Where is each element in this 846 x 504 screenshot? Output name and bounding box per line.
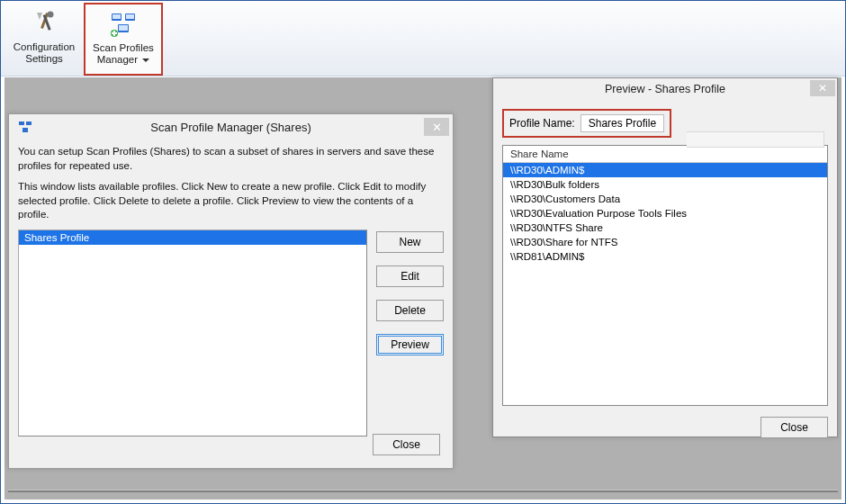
manager-button-column: New Edit Delete Preview (376, 230, 444, 436)
manager-intro-1: You can setup Scan Profiles (Shares) to … (18, 145, 444, 173)
scan-profile-manager-dialog: Scan Profile Manager (Shares) ✕ You can … (8, 113, 454, 469)
share-row[interactable]: \\RD81\ADMIN$ (503, 249, 827, 264)
share-list-header: Share Name (503, 146, 827, 163)
config-label-1: Configuration (14, 41, 75, 53)
scanprof-label-2: Manager (97, 54, 150, 66)
manager-intro-2: This window lists available profiles. Cl… (18, 180, 444, 222)
preview-close-x[interactable]: ✕ (810, 80, 835, 96)
svg-marker-1 (37, 13, 42, 20)
workspace: Scan Profile Manager (Shares) ✕ You can … (4, 77, 842, 500)
share-row[interactable]: \\RD30\Bulk folders (503, 177, 827, 192)
share-row[interactable]: \\RD30\Evaluation Purpose Tools Files (503, 206, 827, 220)
preview-footer: Close (493, 411, 837, 446)
manager-title: Scan Profile Manager (Shares) (38, 121, 424, 134)
share-row[interactable]: \\RD30\Share for NTFS (503, 235, 827, 249)
scanprof-label-1: Scan Profiles (93, 42, 154, 54)
preview-close-button[interactable]: Close (760, 417, 828, 438)
preview-button[interactable]: Preview (376, 334, 444, 356)
profile-name-value: Shares Profile (580, 114, 664, 132)
svg-rect-15 (22, 128, 28, 132)
delete-button[interactable]: Delete (376, 300, 444, 321)
configuration-settings-button[interactable]: Configuration Settings (4, 3, 84, 76)
manager-close-button[interactable]: Close (373, 434, 440, 455)
share-list[interactable]: Share Name \\RD30\ADMIN$\\RD30\Bulk fold… (502, 145, 828, 406)
share-row[interactable]: \\RD30\NTFS Share (503, 220, 827, 235)
chevron-down-icon (142, 58, 149, 62)
svg-point-3 (48, 12, 54, 18)
config-label-2: Settings (25, 53, 63, 65)
share-row[interactable]: \\RD30\ADMIN$ (503, 163, 827, 177)
svg-rect-12 (112, 32, 117, 34)
profile-row[interactable]: Shares Profile (19, 230, 366, 245)
profile-name-label: Profile Name: (509, 117, 575, 130)
preview-titlebar: Preview - Shares Profile ✕ (493, 78, 837, 100)
manager-body: You can setup Scan Profiles (Shares) to … (9, 140, 453, 444)
preview-dialog: Preview - Shares Profile ✕ Profile Name:… (492, 77, 838, 437)
manager-footer: Close (373, 434, 449, 463)
close-icon: ✕ (432, 121, 442, 134)
manager-titlebar: Scan Profile Manager (Shares) ✕ (9, 114, 453, 140)
tools-icon (30, 9, 58, 38)
ribbon: Configuration Settings Scan Profiles (1, 1, 845, 76)
scanprof-label-2-text: Manager (97, 54, 138, 65)
svg-rect-5 (112, 14, 121, 19)
computers-icon (109, 10, 138, 39)
svg-rect-7 (126, 14, 134, 19)
dialog-icon (18, 120, 32, 134)
preview-title: Preview - Shares Profile (605, 83, 725, 95)
manager-content-row: Shares Profile New Edit Delete Preview (18, 230, 444, 436)
manager-close-x[interactable]: ✕ (424, 118, 449, 136)
share-row[interactable]: \\RD30\Customers Data (503, 192, 827, 206)
profile-list[interactable]: Shares Profile (18, 230, 367, 436)
app-window: Configuration Settings Scan Profiles (0, 0, 846, 504)
edit-button[interactable]: Edit (376, 266, 444, 287)
scan-profiles-manager-button[interactable]: Scan Profiles Manager (84, 3, 163, 76)
close-icon: ✕ (818, 82, 827, 94)
divider (8, 490, 838, 492)
svg-rect-9 (119, 25, 128, 31)
profile-name-extension (687, 131, 824, 148)
preview-body: Profile Name: Shares Profile Share Name … (493, 100, 837, 411)
svg-rect-14 (26, 122, 32, 125)
svg-rect-13 (19, 122, 24, 125)
profile-name-field: Profile Name: Shares Profile (502, 109, 671, 138)
new-button[interactable]: New (376, 231, 444, 253)
